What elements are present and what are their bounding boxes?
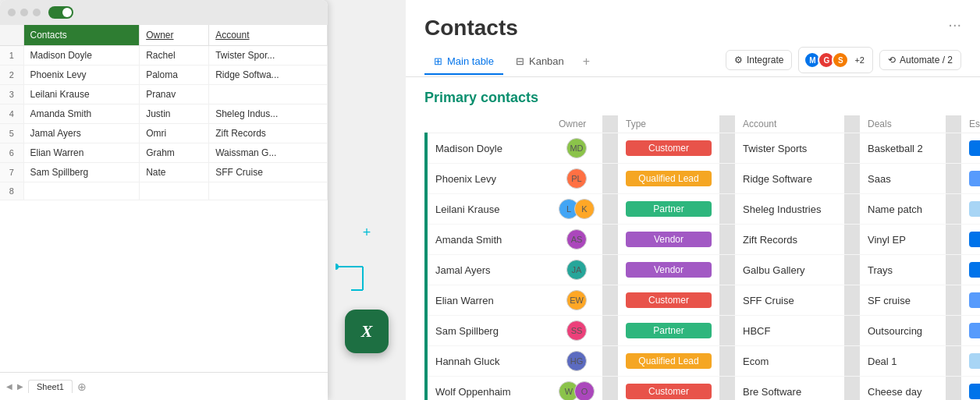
- est-badge: Low: [969, 353, 980, 369]
- tab-kanban-label: Kanban: [529, 55, 564, 67]
- deals-cell: Vinyl EP: [860, 225, 946, 255]
- owner-col-header[interactable]: Owner: [140, 25, 209, 46]
- table-row[interactable]: Wolf Oppenhaim W O Customer Bre Software…: [426, 377, 980, 401]
- divider: [844, 285, 860, 316]
- owner-cell: HG: [551, 346, 602, 377]
- divider: [844, 377, 860, 401]
- divider: [719, 164, 735, 194]
- divider: [719, 285, 735, 316]
- tab-kanban[interactable]: ⊟ Kanban: [506, 49, 573, 75]
- owner-name: [140, 182, 209, 200]
- table-row[interactable]: Leilani Krause L K Partner Sheleg Indust…: [426, 194, 980, 225]
- owner-cell: AS: [551, 225, 602, 255]
- tab-main-table[interactable]: ⊞ Main table: [424, 49, 503, 75]
- col-header-estdeal: Est. deal: [961, 115, 980, 133]
- main-table-icon: ⊞: [434, 55, 442, 67]
- estdeal-cell: Medium: [961, 316, 980, 346]
- traffic-light-1: [8, 9, 16, 16]
- deals-cell: Name patch: [860, 194, 946, 225]
- row-num: 6: [0, 143, 23, 163]
- table-row[interactable]: Amanda Smith AS Vendor Zift Records Viny…: [426, 225, 980, 255]
- divider: [602, 255, 618, 285]
- divider: [844, 194, 860, 225]
- avatar: O: [574, 381, 595, 400]
- nav-right[interactable]: ▶: [17, 382, 23, 391]
- type-cell: Partner: [618, 316, 719, 346]
- spreadsheet-row[interactable]: 6 Elian Warren Grahm Waissman G...: [0, 143, 328, 163]
- table-row[interactable]: Sam Spillberg SS Partner HBCF Outsourcin…: [426, 316, 980, 346]
- account-cell: Sheleg Industries: [735, 194, 844, 225]
- contact-name-cell: Elian Warren: [426, 285, 551, 316]
- estdeal-cell: High: [961, 133, 980, 164]
- connector-svg: [336, 247, 398, 310]
- owner-cell: PL: [551, 164, 602, 194]
- divider: [719, 316, 735, 346]
- automate-button[interactable]: ⟲ Automate / 2: [879, 50, 961, 70]
- divider: [946, 225, 961, 255]
- table-row[interactable]: Hannah Gluck HG Qualified Lead Ecom Deal…: [426, 346, 980, 377]
- add-sheet-button[interactable]: ⊕: [77, 381, 87, 393]
- estdeal-cell: Medium: [961, 164, 980, 194]
- excel-icon-badge: X: [345, 310, 389, 353]
- owner-name: Nate: [140, 163, 209, 182]
- sheet-tab[interactable]: Sheet1: [28, 380, 73, 393]
- integrations-icons-button[interactable]: M G S +2: [798, 47, 873, 73]
- excel-titlebar: [0, 0, 328, 25]
- more-options-button[interactable]: ···: [948, 16, 961, 34]
- estdeal-cell: High: [961, 255, 980, 285]
- integrate-button[interactable]: ⚙ Integrate: [726, 50, 792, 70]
- spreadsheet-row[interactable]: 4 Amanda Smith Justin Sheleg Indus...: [0, 104, 328, 124]
- table-row[interactable]: Phoenix Levy PL Qualified Lead Ridge Sof…: [426, 164, 980, 194]
- contact-name: Amanda Smith: [23, 104, 140, 124]
- spreadsheet-row[interactable]: 5 Jamal Ayers Omri Zift Records: [0, 124, 328, 143]
- spreadsheet-row[interactable]: 3 Leilani Krause Pranav: [0, 85, 328, 104]
- table-row[interactable]: Jamal Ayers JA Vendor Galbu Gallery Tray…: [426, 255, 980, 285]
- automate-label: Automate / 2: [900, 55, 953, 65]
- row-num: 4: [0, 104, 23, 124]
- contact-name-cell: Amanda Smith: [426, 225, 551, 255]
- spreadsheet-row[interactable]: 1 Madison Doyle Rachel Twister Spor...: [0, 46, 328, 65]
- spreadsheet-row[interactable]: 2 Phoenix Levy Paloma Ridge Softwa...: [0, 65, 328, 85]
- avatar: MD: [566, 138, 587, 158]
- add-tab-button[interactable]: +: [577, 48, 596, 75]
- account-name: [209, 85, 328, 104]
- account-col-header[interactable]: Account: [209, 25, 328, 46]
- contacts-col-header[interactable]: Contacts: [23, 25, 140, 46]
- type-cell: Qualified Lead: [618, 164, 719, 194]
- account-name: Ridge Softwa...: [209, 65, 328, 85]
- divider: [946, 346, 961, 377]
- type-badge: Vendor: [626, 232, 712, 247]
- integration-icon-3: S: [832, 51, 849, 69]
- table-row[interactable]: Madison Doyle MD Customer Twister Sports…: [426, 133, 980, 164]
- type-cell: Customer: [618, 133, 719, 164]
- est-badge: High: [969, 140, 980, 156]
- estdeal-cell: Medium: [961, 285, 980, 316]
- table-row[interactable]: Elian Warren EW Customer SFF Cruise SF c…: [426, 285, 980, 316]
- est-badge: Medium: [969, 292, 980, 308]
- col-header-type: Type: [618, 115, 719, 133]
- avatar-group: W O: [559, 381, 595, 400]
- contact-name-cell: Hannah Gluck: [426, 346, 551, 377]
- row-num: 7: [0, 163, 23, 182]
- spreadsheet-row[interactable]: 8: [0, 182, 328, 200]
- divider: [719, 194, 735, 225]
- owner-cell: MD: [551, 133, 602, 164]
- contact-name-cell: Madison Doyle: [426, 133, 551, 164]
- type-cell: Customer: [618, 377, 719, 401]
- divider: [602, 164, 618, 194]
- toggle-switch[interactable]: [48, 6, 73, 19]
- row-num: 2: [0, 65, 23, 85]
- nav-left[interactable]: ◀: [6, 382, 12, 391]
- divider: [602, 194, 618, 225]
- col-divider-3: [844, 115, 860, 133]
- type-cell: Qualified Lead: [618, 346, 719, 377]
- account-cell: Ecom: [735, 346, 844, 377]
- divider: [844, 225, 860, 255]
- row-number-header: [0, 25, 23, 46]
- divider: [844, 255, 860, 285]
- account-name: Sheleg Indus...: [209, 104, 328, 124]
- divider: [719, 255, 735, 285]
- spreadsheet-row[interactable]: 7 Sam Spillberg Nate SFF Cruise: [0, 163, 328, 182]
- est-badge: Medium: [969, 323, 980, 338]
- divider: [946, 255, 961, 285]
